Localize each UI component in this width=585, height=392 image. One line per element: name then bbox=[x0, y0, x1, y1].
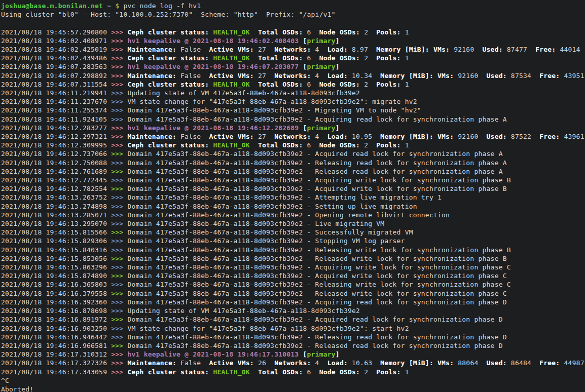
log-marker: >>> bbox=[111, 255, 123, 262]
node-osds-label: Node OSDs: bbox=[319, 28, 360, 36]
log-line: 2021/08/18 19:46:15.853056 >>> Domain 41… bbox=[1, 254, 585, 263]
used-label: Used: bbox=[487, 133, 507, 140]
log-message: Domain 417e5a3f-88eb-467a-a118-8d093cfb3… bbox=[127, 342, 502, 349]
log-timestamp: 2021/08/18 19:46:15.874890 bbox=[1, 272, 111, 280]
log-timestamp: 2021/08/18 19:46:11.255374 bbox=[1, 106, 111, 114]
log-message: Domain 417e5a3f-88eb-467a-a118-8d093cfb3… bbox=[127, 220, 384, 227]
log-message: Domain 417e5a3f-88eb-467a-a118-8d093cfb3… bbox=[127, 263, 510, 271]
load-label: Load: bbox=[327, 359, 348, 367]
log-timestamp: 2021/08/18 19:46:13.263752 bbox=[1, 193, 111, 201]
log-message: Domain 417e5a3f-88eb-467a-a118-8d093cfb3… bbox=[127, 211, 450, 219]
log-marker: >>> bbox=[111, 54, 123, 62]
ceph-health-value: HEALTH_OK bbox=[213, 81, 249, 88]
log-marker: >>> bbox=[111, 342, 123, 349]
log-timestamp: 2021/08/18 19:46:07.298892 bbox=[1, 72, 111, 80]
log-line: 2021/08/18 19:46:16.946442 >>> Domain 41… bbox=[1, 333, 585, 341]
ceph-health-value: HEALTH_OK bbox=[213, 28, 249, 36]
log-line: 2021/08/18 19:46:07.311554 >>> Ceph clus… bbox=[1, 80, 585, 89]
memory-vms-label: Memory [MiB]: VMs: bbox=[376, 46, 450, 53]
total-osds-label: Total OSDs: bbox=[258, 81, 303, 88]
log-marker: >>> bbox=[111, 89, 123, 97]
log-line: 2021/08/18 19:46:12.761689 >>> Domain 41… bbox=[1, 167, 585, 176]
blank-line bbox=[1, 19, 585, 27]
log-line: 2021/08/18 19:46:16.966581 >>> Domain 41… bbox=[1, 341, 585, 350]
log-timestamp: 2021/08/18 19:46:15.840316 bbox=[1, 246, 111, 254]
log-line: 2021/08/18 19:46:15.863296 >>> Domain 41… bbox=[1, 263, 585, 271]
log-timestamp: 2021/08/18 19:46:13.285071 bbox=[1, 211, 111, 219]
primary-tag: primary bbox=[307, 124, 336, 132]
log-timestamp: 2021/08/18 19:46:07.283563 bbox=[1, 63, 111, 70]
active-vms-label: Active VMs: bbox=[209, 46, 254, 53]
node-osds-label: Node OSDs: bbox=[319, 54, 360, 62]
ceph-status-label: Ceph cluster status: bbox=[127, 54, 213, 62]
keepalive-message: hv1 keepalive @ 2021-08-18 19:46:02.4084… bbox=[127, 37, 299, 45]
log-timestamp: 2021/08/18 19:46:15.863296 bbox=[1, 263, 111, 271]
log-message: Updating state of VM 417e5a3f-88eb-467a-… bbox=[127, 89, 360, 97]
log-message: Domain 417e5a3f-88eb-467a-a118-8d093cfb3… bbox=[127, 176, 510, 184]
log-message: Domain 417e5a3f-88eb-467a-a118-8d093cfb3… bbox=[127, 150, 502, 158]
log-line: 2021/08/18 19:46:16.392360 >>> Domain 41… bbox=[1, 298, 585, 306]
log-marker: >>> bbox=[111, 46, 123, 53]
log-marker: >>> bbox=[111, 124, 123, 132]
log-marker: >>> bbox=[111, 211, 123, 219]
ceph-health-value: HEALTH_OK bbox=[213, 54, 249, 62]
log-marker: >>> bbox=[111, 193, 123, 201]
log-line: 2021/08/18 19:46:12.750088 >>> Domain 41… bbox=[1, 159, 585, 167]
log-line: 2021/08/18 19:46:12.283277 >>> hv1 keepa… bbox=[1, 124, 585, 132]
ceph-health-value: HEALTH_OK bbox=[213, 368, 249, 376]
log-timestamp: 2021/08/18 19:46:16.392360 bbox=[1, 298, 111, 306]
log-marker: >>> bbox=[111, 106, 123, 114]
free-label: Free: bbox=[539, 133, 560, 140]
load-label: Load: bbox=[327, 46, 348, 53]
log-message: Domain 417e5a3f-88eb-467a-a118-8d093cfb3… bbox=[127, 159, 506, 167]
log-marker: >>> bbox=[111, 325, 123, 332]
log-timestamp: 2021/08/18 19:46:12.782554 bbox=[1, 185, 111, 192]
pools-label: Pools: bbox=[376, 28, 400, 36]
total-osds-label: Total OSDs: bbox=[258, 141, 303, 149]
log-line: 2021/08/18 19:46:13.285071 >>> Domain 41… bbox=[1, 211, 585, 219]
log-timestamp: 2021/08/18 19:46:15.815566 bbox=[1, 228, 111, 236]
log-line: 2021/08/18 19:46:15.829306 >>> Domain 41… bbox=[1, 237, 585, 245]
log-timestamp: 2021/08/18 19:46:16.946442 bbox=[1, 333, 111, 341]
log-timestamp: 2021/08/18 19:46:11.219941 bbox=[1, 89, 111, 97]
free-label: Free: bbox=[539, 359, 560, 367]
keepalive-message: hv1 keepalive @ 2021-08-18 19:46:17.3100… bbox=[127, 350, 299, 358]
log-timestamp: 2021/08/18 19:46:17.310312 bbox=[1, 350, 111, 358]
log-timestamp: 2021/08/18 19:46:12.772445 bbox=[1, 176, 111, 184]
total-osds-label: Total OSDs: bbox=[258, 28, 303, 36]
log-line: 2021/08/18 19:46:16.903250 >>> VM state … bbox=[1, 324, 585, 333]
log-line: 2021/08/18 19:45:57.290800 >>> Ceph clus… bbox=[1, 28, 585, 36]
networks-label: Networks: bbox=[274, 133, 311, 140]
log-line: 2021/08/18 19:46:16.379558 >>> Domain 41… bbox=[1, 289, 585, 298]
load-label: Load: bbox=[327, 72, 348, 80]
log-message: Domain 417e5a3f-88eb-467a-a118-8d093cfb3… bbox=[127, 237, 405, 245]
log-marker: >>> bbox=[111, 168, 123, 175]
log-marker: >>> bbox=[111, 220, 123, 227]
keepalive-message: hv1 keepalive @ 2021-08-18 19:46:12.2826… bbox=[127, 124, 299, 132]
total-osds-label: Total OSDs: bbox=[258, 54, 303, 62]
primary-tag: primary bbox=[307, 350, 336, 358]
log-timestamp: 2021/08/18 19:46:17.327326 bbox=[1, 359, 111, 367]
log-marker: >>> bbox=[111, 333, 123, 341]
pools-label: Pools: bbox=[376, 54, 400, 62]
log-timestamp: 2021/08/18 19:46:16.903250 bbox=[1, 325, 111, 332]
log-line: 2021/08/18 19:46:13.295070 >>> Domain 41… bbox=[1, 219, 585, 228]
terminal: joshua@base.m.bonilan.net ~ $ pvc node l… bbox=[1, 2, 585, 392]
aborted-line: Aborted! bbox=[1, 385, 585, 392]
log-message: Domain 417e5a3f-88eb-467a-a118-8d093cfb3… bbox=[127, 228, 413, 236]
log-line: 2021/08/18 19:46:12.782554 >>> Domain 41… bbox=[1, 184, 585, 193]
log-line: 2021/08/18 19:46:02.408971 >>> hv1 keepa… bbox=[1, 36, 585, 45]
log-timestamp: 2021/08/18 19:46:16.379558 bbox=[1, 290, 111, 297]
log-line: 2021/08/18 19:46:17.327326 >>> Maintenan… bbox=[1, 359, 585, 367]
log-marker: >>> bbox=[111, 263, 123, 271]
log-message: Domain 417e5a3f-88eb-467a-a118-8d093cfb3… bbox=[127, 316, 502, 323]
log-line: 2021/08/18 19:46:13.274898 >>> Domain 41… bbox=[1, 202, 585, 211]
log-message: Domain 417e5a3f-88eb-467a-a118-8d093cfb3… bbox=[127, 255, 506, 262]
log-timestamp: 2021/08/18 19:46:07.311554 bbox=[1, 81, 111, 88]
log-timestamp: 2021/08/18 19:46:12.761689 bbox=[1, 168, 111, 175]
ceph-health-value: HEALTH_OK bbox=[213, 141, 249, 149]
log-timestamp: 2021/08/18 19:46:12.283277 bbox=[1, 124, 111, 132]
log-marker: >>> bbox=[111, 228, 123, 236]
log-line: 2021/08/18 19:46:15.840316 >>> Domain 41… bbox=[1, 246, 585, 254]
maintenance-label: Maintenance: bbox=[127, 72, 176, 80]
